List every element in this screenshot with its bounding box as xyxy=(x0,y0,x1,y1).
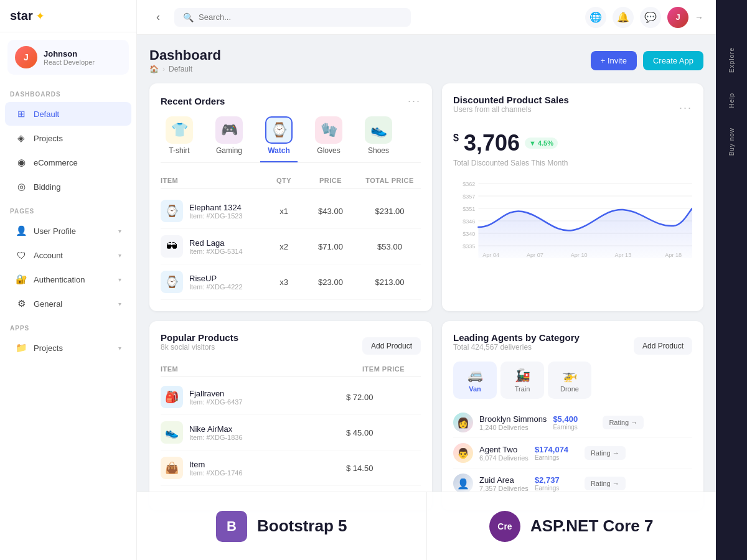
sidebar-section-apps: APPS 📁 Projects ▾ xyxy=(0,316,136,360)
buy-now-button[interactable]: Buy now xyxy=(723,118,740,166)
user-icon: 👤 xyxy=(15,225,27,237)
topbar: ‹ 🔍 🌐 🔔 💬 J → xyxy=(137,0,716,35)
logo-star-icon: ✦ xyxy=(35,9,45,23)
sidebar-section-dashboards: DASHBOARDS ⊞ Default ◈ Projects ◉ eComme… xyxy=(0,82,136,199)
orders-table-header: ITEM QTY PRICE TOTAL PRICE xyxy=(161,173,421,189)
tab-shoes[interactable]: 👟 Shoes xyxy=(360,116,397,162)
projects-icon: ◈ xyxy=(15,132,27,144)
overlay-bar: B Bootstrap 5 Cre ASP.NET Core 7 xyxy=(137,492,716,560)
discount-chart: $362 $357 $351 $346 $340 $335 Apr 04 Apr… xyxy=(453,177,692,264)
invite-button[interactable]: + Invite xyxy=(591,51,637,70)
category-tab-van[interactable]: 🚐 Van xyxy=(453,362,497,399)
sidebar-toggle-button[interactable]: ‹ xyxy=(149,9,167,26)
card-menu-icon[interactable]: ··· xyxy=(679,101,692,114)
content-area: Dashboard 🏠 › Default + Invite Create Ap… xyxy=(137,35,716,560)
van-icon: 🚐 xyxy=(467,368,483,383)
sidebar-item-projects[interactable]: ◈ Projects xyxy=(5,126,131,150)
drone-icon: 🚁 xyxy=(562,368,578,383)
item-thumb: 🕶 xyxy=(161,235,183,258)
card-menu-icon[interactable]: ··· xyxy=(408,95,421,108)
rating-button[interactable]: Rating → xyxy=(603,416,644,429)
sidebar-item-account[interactable]: 🛡 Account ▾ xyxy=(5,243,131,267)
svg-text:Apr 04: Apr 04 xyxy=(482,252,499,258)
amount-badge: ▼ 4.5% xyxy=(525,138,558,149)
bootstrap-label: Bootstrap 5 xyxy=(257,516,347,536)
amount-value: 3,706 xyxy=(464,130,520,156)
notification-icon-button[interactable]: 🔔 xyxy=(613,7,634,28)
aspnet-label: ASP.NET Core 7 xyxy=(530,516,653,536)
general-icon: ⚙ xyxy=(15,297,27,310)
topbar-right: 🌐 🔔 💬 J → xyxy=(585,7,703,28)
aspnet-banner[interactable]: Cre ASP.NET Core 7 xyxy=(427,492,716,560)
section-title-pages: PAGES xyxy=(0,199,136,218)
product-row: 🎒 Fjallraven Item: #XDG-6437 $ 72.00 xyxy=(161,380,421,415)
sidebar-item-authentication[interactable]: 🔐 Authentication ▾ xyxy=(5,268,131,291)
user-info: Johnson React Developer xyxy=(44,49,95,66)
sidebar-item-projects-app[interactable]: 📁 Projects ▾ xyxy=(5,336,131,360)
explore-button[interactable]: Explore xyxy=(723,37,740,83)
home-icon: 🏠 xyxy=(149,65,159,73)
search-input[interactable] xyxy=(199,12,402,22)
category-tab-train[interactable]: 🚂 Train xyxy=(500,362,544,399)
breadcrumb: 🏠 › Default xyxy=(149,65,221,73)
gaming-tab-icon: 🎮 xyxy=(215,116,243,144)
tab-gloves[interactable]: 🧤 Gloves xyxy=(310,116,347,162)
popular-products-title: Popular Products xyxy=(161,332,238,343)
chevron-icon: ▾ xyxy=(118,301,121,307)
aspnet-icon: Cre xyxy=(489,511,520,542)
agent-avatar: 👤 xyxy=(453,474,473,493)
topbar-arrow-icon[interactable]: → xyxy=(695,12,703,22)
product-thumb: 👜 xyxy=(161,457,183,479)
tab-tshirt[interactable]: 👕 T-shirt xyxy=(161,116,198,162)
sidebar-item-ecommerce[interactable]: ◉ eCommerce xyxy=(5,151,131,174)
rating-button[interactable]: Rating → xyxy=(585,477,626,490)
svg-text:$351: $351 xyxy=(463,206,475,212)
table-row: ⌚ RiseUP Item: #XDG-4222 x3 $23.00 $213.… xyxy=(161,264,421,300)
svg-text:$357: $357 xyxy=(463,194,475,200)
create-app-button[interactable]: Create App xyxy=(643,51,703,70)
svg-text:Apr 07: Apr 07 xyxy=(527,252,543,258)
leading-agents-subtitle: Total 424,567 deliveries xyxy=(453,343,580,352)
top-grid: Recent Orders ··· 👕 T-shirt 🎮 Gaming xyxy=(149,83,703,311)
category-tabs: 🚐 Van 🚂 Train 🚁 Drone xyxy=(453,362,692,399)
help-button[interactable]: Help xyxy=(723,83,740,118)
discount-subtitle: Users from all channels xyxy=(453,105,569,114)
train-icon: 🚂 xyxy=(515,368,530,383)
folder-icon: 📁 xyxy=(15,342,27,354)
leading-agents-title: Leading Agents by Category xyxy=(453,332,580,343)
agent-avatar: 👩 xyxy=(453,413,473,432)
search-icon: 🔍 xyxy=(183,12,194,22)
rating-button[interactable]: Rating → xyxy=(585,446,626,460)
ecommerce-icon: ◉ xyxy=(15,156,27,169)
sidebar-item-general[interactable]: ⚙ General ▾ xyxy=(5,292,131,315)
topbar-avatar[interactable]: J xyxy=(667,7,688,28)
svg-text:Apr 18: Apr 18 xyxy=(665,252,682,258)
svg-text:$346: $346 xyxy=(463,218,475,225)
sidebar-item-bidding[interactable]: ◎ Bidding xyxy=(5,175,131,198)
grid-icon: ⊞ xyxy=(15,108,27,120)
add-product-agents-button[interactable]: Add Product xyxy=(634,337,692,355)
sidebar-user[interactable]: J Johnson React Developer xyxy=(7,40,129,75)
svg-text:Apr 10: Apr 10 xyxy=(571,252,588,258)
discount-title: Discounted Product Sales xyxy=(453,95,569,105)
bootstrap-banner[interactable]: B Bootstrap 5 xyxy=(137,492,427,560)
chevron-icon: ▾ xyxy=(118,345,121,352)
right-panel: Explore Help Buy now xyxy=(716,0,747,560)
message-icon-button[interactable]: 💬 xyxy=(640,7,661,28)
discount-amount: $ 3,706 ▼ 4.5% xyxy=(453,130,692,156)
watch-tab-icon: ⌚ xyxy=(265,116,293,144)
sidebar-item-user-profile[interactable]: 👤 User Profile ▾ xyxy=(5,219,131,243)
search-bar: 🔍 xyxy=(174,8,411,27)
sidebar-item-default[interactable]: ⊞ Default xyxy=(5,102,131,126)
product-row: 👟 Nike AirMax Item: #XDG-1836 $ 45.00 xyxy=(161,415,421,450)
user-role: React Developer xyxy=(44,58,95,66)
tab-watch[interactable]: ⌚ Watch xyxy=(260,116,298,162)
page-header: Dashboard 🏠 › Default + Invite Create Ap… xyxy=(149,47,703,73)
category-tab-drone[interactable]: 🚁 Drone xyxy=(548,362,591,399)
globe-icon-button[interactable]: 🌐 xyxy=(585,7,606,28)
bootstrap-icon: B xyxy=(216,511,247,542)
tab-gaming[interactable]: 🎮 Gaming xyxy=(210,116,248,162)
popular-products-card: Popular Products 8k social visitors Add … xyxy=(149,321,432,510)
add-product-button[interactable]: Add Product xyxy=(362,337,421,355)
product-thumb: 🎒 xyxy=(161,386,183,408)
